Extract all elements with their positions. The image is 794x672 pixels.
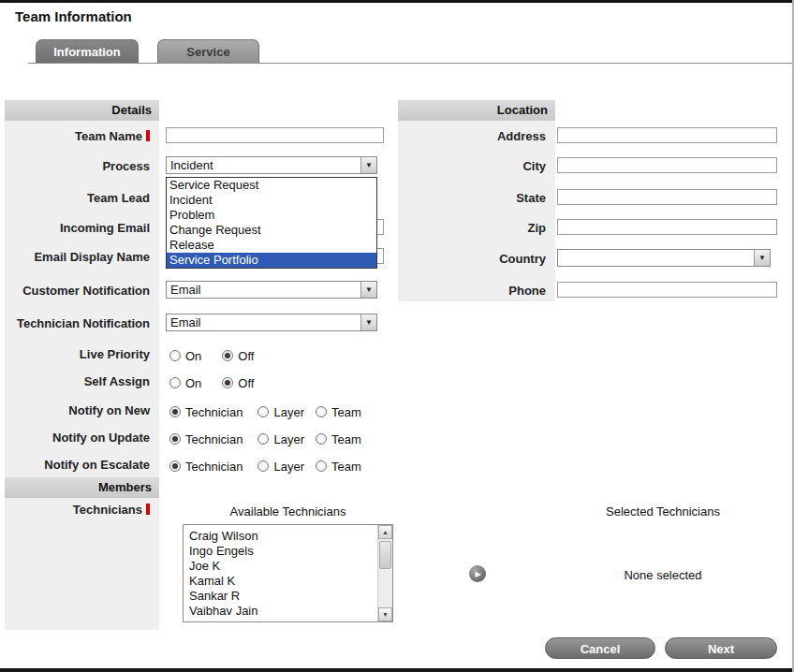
list-item[interactable]: Ingo Engels xyxy=(184,544,392,559)
chevron-down-icon[interactable] xyxy=(754,250,770,266)
process-option[interactable]: Incident xyxy=(167,193,376,208)
list-item[interactable]: Kamal K xyxy=(184,574,392,589)
tab-service[interactable]: Service xyxy=(157,39,259,64)
notify-update-layer-option: Layer xyxy=(257,432,304,446)
customer-notification-select[interactable]: Email xyxy=(166,281,377,299)
zip-input[interactable] xyxy=(557,219,777,235)
team-name-label: Team Name xyxy=(5,129,154,144)
technician-notification-value: Email xyxy=(167,314,376,330)
page-title: Team Information xyxy=(15,8,132,24)
details-section-header: Details xyxy=(5,100,159,121)
technician-list: Craig Wilson Ingo Engels Joe K Kamal K S… xyxy=(184,525,392,619)
incoming-email-label: Incoming Email xyxy=(5,221,154,236)
notify-on-update-group: Technician Layer Team xyxy=(169,431,361,446)
notify-update-team-option: Team xyxy=(316,432,361,446)
notify-escalate-team-option: Team xyxy=(316,460,361,474)
live-priority-on-radio[interactable] xyxy=(169,350,181,361)
tab-strip-divider xyxy=(28,63,792,64)
team-information-window: Team Information Information Service Det… xyxy=(0,0,794,672)
notify-new-layer-radio[interactable] xyxy=(257,406,269,417)
required-marker xyxy=(146,130,150,141)
state-label: State xyxy=(398,191,551,206)
notify-new-layer-option: Layer xyxy=(257,405,304,419)
notify-on-escalate-group: Technician Layer Team xyxy=(169,459,361,474)
notify-new-technician-radio[interactable] xyxy=(169,406,181,417)
process-option[interactable]: Problem xyxy=(167,208,376,223)
country-select[interactable] xyxy=(557,249,771,267)
self-assign-on-option: On xyxy=(169,376,201,390)
email-display-name-label: Email Display Name xyxy=(5,250,154,265)
phone-label: Phone xyxy=(398,284,551,299)
technician-notification-select[interactable]: Email xyxy=(166,314,377,331)
live-priority-label: Live Priority xyxy=(5,347,154,362)
chevron-down-icon[interactable] xyxy=(360,282,376,298)
live-priority-group: On Off xyxy=(169,348,254,363)
process-option[interactable]: Change Request xyxy=(167,223,376,238)
address-label: Address xyxy=(398,129,551,144)
scroll-down-icon[interactable]: ▼ xyxy=(378,607,392,621)
cancel-button[interactable]: Cancel xyxy=(545,637,655,659)
live-priority-on-option: On xyxy=(169,349,201,363)
scroll-up-icon[interactable]: ▲ xyxy=(378,525,392,539)
listbox-scrollbar[interactable]: ▲ ▼ xyxy=(377,525,392,621)
country-label: Country xyxy=(398,252,551,267)
next-button[interactable]: Next xyxy=(665,637,777,659)
process-option-highlighted[interactable]: Service Portfolio xyxy=(167,253,376,268)
self-assign-off-radio[interactable] xyxy=(222,377,233,388)
city-label: City xyxy=(398,159,551,174)
phone-input[interactable] xyxy=(557,282,777,298)
notify-new-technician-option: Technician xyxy=(169,405,243,419)
notify-on-update-label: Notify on Update xyxy=(5,431,154,446)
process-label: Process xyxy=(5,159,154,174)
notify-escalate-technician-option: Technician xyxy=(169,460,243,474)
available-technicians-header: Available Technicians xyxy=(183,504,393,519)
notify-escalate-layer-radio[interactable] xyxy=(257,460,269,472)
process-select[interactable]: Incident xyxy=(166,156,377,174)
list-item[interactable]: Craig Wilson xyxy=(184,529,392,544)
notify-update-technician-option: Technician xyxy=(169,432,243,446)
notify-escalate-layer-option: Layer xyxy=(257,460,304,474)
zip-label: Zip xyxy=(398,221,551,236)
notify-on-new-group: Technician Layer Team xyxy=(169,404,361,419)
notify-update-team-radio[interactable] xyxy=(316,433,327,445)
notify-update-technician-radio[interactable] xyxy=(169,433,181,445)
live-priority-off-radio[interactable] xyxy=(222,350,233,361)
state-input[interactable] xyxy=(557,189,777,205)
process-option[interactable]: Release xyxy=(167,238,376,253)
notify-on-new-label: Notify on New xyxy=(5,403,154,418)
notify-on-escalate-label: Notify on Escalate xyxy=(5,458,154,473)
list-item[interactable]: Joe K xyxy=(184,559,392,574)
window-top-border xyxy=(0,0,792,3)
notify-update-layer-radio[interactable] xyxy=(257,433,269,445)
notify-escalate-team-radio[interactable] xyxy=(316,460,327,472)
selected-technicians-header: Selected Technicians xyxy=(560,504,766,519)
team-name-input[interactable] xyxy=(166,127,384,143)
tab-information[interactable]: Information xyxy=(36,39,139,64)
self-assign-on-radio[interactable] xyxy=(169,377,181,388)
self-assign-group: On Off xyxy=(169,375,254,390)
location-section-header: Location xyxy=(398,100,555,121)
chevron-down-icon[interactable] xyxy=(360,157,376,173)
window-bottom-border xyxy=(0,668,792,672)
self-assign-off-option: Off xyxy=(222,376,254,390)
notify-escalate-technician-radio[interactable] xyxy=(169,460,181,472)
technician-notification-label: Technician Notification xyxy=(5,316,154,331)
address-input[interactable] xyxy=(557,127,777,143)
customer-notification-label: Customer Notification xyxy=(5,284,154,299)
process-option[interactable]: Service Request xyxy=(167,178,376,193)
self-assign-label: Self Assign xyxy=(5,374,154,389)
chevron-down-icon[interactable] xyxy=(360,314,376,330)
list-item[interactable]: Sankar R xyxy=(184,589,392,604)
required-marker xyxy=(146,504,150,515)
scrollbar-thumb[interactable] xyxy=(379,541,391,569)
move-right-button[interactable] xyxy=(469,565,486,582)
process-dropdown-list: Service Request Incident Problem Change … xyxy=(166,177,377,269)
notify-new-team-option: Team xyxy=(316,405,361,419)
available-technicians-listbox[interactable]: Craig Wilson Ingo Engels Joe K Kamal K S… xyxy=(183,524,393,622)
team-lead-label: Team Lead xyxy=(5,191,154,206)
list-item[interactable]: Vaibhav Jain xyxy=(184,604,392,619)
details-label-column xyxy=(5,100,159,630)
city-input[interactable] xyxy=(557,157,777,173)
technicians-label: Technicians xyxy=(5,503,154,518)
notify-new-team-radio[interactable] xyxy=(316,406,327,417)
